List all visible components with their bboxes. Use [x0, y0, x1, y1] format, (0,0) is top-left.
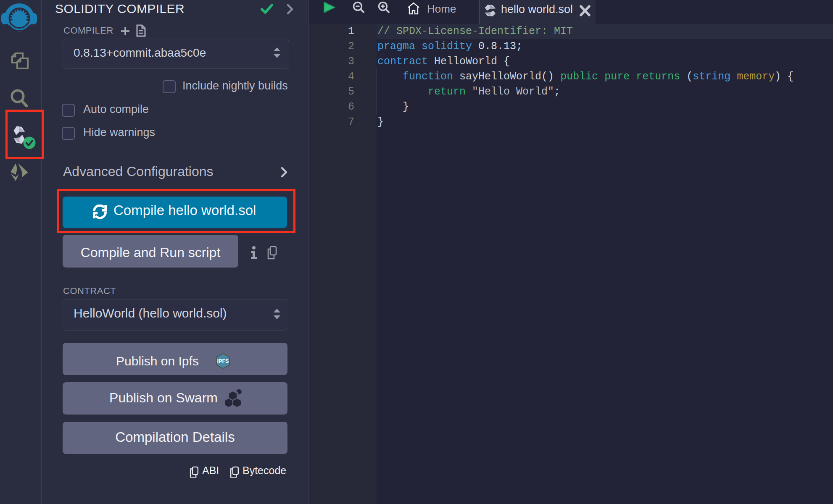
svg-text:IPFS: IPFS	[217, 358, 229, 364]
